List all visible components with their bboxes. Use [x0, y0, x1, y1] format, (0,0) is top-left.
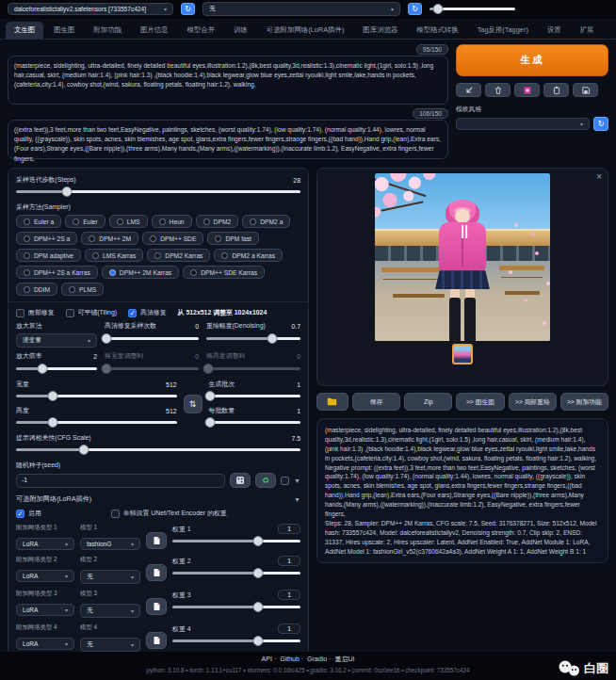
lora-weight-value[interactable]: 1: [278, 590, 300, 600]
checkpoint-select[interactable]: dalceforealistictallyv2.safetensors [733…: [8, 3, 173, 15]
tab-train[interactable]: 训练: [225, 22, 256, 39]
refresh-styles-button[interactable]: ↻: [593, 117, 608, 131]
vae-select[interactable]: 无 ▾: [203, 2, 400, 16]
denoise-slider[interactable]: [206, 333, 300, 344]
sampler-option[interactable]: DPM2 Karras: [147, 249, 210, 262]
lora-model-select[interactable]: 无▾: [80, 638, 140, 652]
tab-tagger[interactable]: Tag反推(Tagger): [469, 22, 537, 39]
save-style-button[interactable]: [573, 83, 598, 97]
tab-extensions[interactable]: 扩展: [572, 22, 603, 39]
lora-model-info-button[interactable]: [146, 632, 167, 649]
sampler-option[interactable]: Euler a: [16, 215, 61, 228]
extra-networks-button[interactable]: [514, 83, 540, 97]
gradio-link[interactable]: Gradio: [307, 656, 327, 662]
lora-type-select[interactable]: LoRA▾: [16, 570, 74, 582]
hires-steps-slider[interactable]: [105, 333, 199, 344]
negative-prompt-input[interactable]: ((extra feet)),3 feet,more than two feet…: [8, 120, 448, 159]
tab-png-info[interactable]: 图片信息: [132, 22, 177, 39]
seed-input[interactable]: -1: [16, 474, 225, 488]
tab-extras[interactable]: 附加功能: [85, 22, 130, 39]
refresh-vae-button[interactable]: ↻: [408, 3, 422, 15]
lora-model-info-button[interactable]: [146, 564, 167, 581]
clip-skip-slider[interactable]: [430, 4, 515, 14]
sampler-option[interactable]: LMS Karras: [85, 249, 143, 262]
hires-steps-value[interactable]: 0: [195, 323, 199, 330]
batch-count-value[interactable]: 1: [297, 381, 300, 388]
width-value[interactable]: 512: [166, 381, 177, 388]
lora-weight-slider[interactable]: [172, 568, 300, 578]
addnet-separate-checkbox[interactable]: 单独设置 UNet/Text Encoder 的权重: [111, 509, 227, 518]
height-slider[interactable]: [16, 417, 177, 428]
lora-model-select[interactable]: 无▾: [80, 604, 140, 618]
steps-slider[interactable]: [16, 186, 300, 197]
close-icon[interactable]: ×: [596, 171, 602, 182]
tab-checkpoint-merger[interactable]: 模型合并: [178, 22, 223, 39]
send-to-extras-button[interactable]: >> 附加功能: [560, 393, 608, 411]
batch-size-slider[interactable]: [209, 417, 300, 428]
face-restore-checkbox[interactable]: 面部修复: [16, 308, 55, 317]
sampler-option[interactable]: DPM++ SDE Karras: [183, 266, 265, 279]
sampler-option[interactable]: DPM2 a Karras: [214, 249, 283, 262]
addnet-enable-checkbox[interactable]: ✓启用: [16, 509, 41, 518]
cfg-value[interactable]: 7.5: [291, 435, 300, 442]
tab-img2img[interactable]: 图生图: [45, 22, 83, 39]
cfg-slider[interactable]: [16, 445, 300, 455]
clear-prompt-button[interactable]: [485, 83, 511, 97]
read-params-button[interactable]: [456, 83, 481, 97]
height-value[interactable]: 512: [166, 408, 177, 414]
sampler-option[interactable]: DDIM: [16, 283, 57, 296]
lora-weight-slider[interactable]: [172, 636, 300, 646]
sampler-option[interactable]: DPM2: [196, 215, 239, 228]
batch-size-value[interactable]: 1: [297, 408, 300, 414]
tab-image-browser[interactable]: 图库浏览器: [354, 22, 406, 39]
tab-model-converter[interactable]: 模型格式转换: [408, 22, 466, 39]
style-select[interactable]: ▾: [456, 118, 590, 130]
lora-weight-value[interactable]: 1: [278, 623, 300, 634]
generate-button[interactable]: 生成: [456, 44, 608, 76]
hires-fix-checkbox[interactable]: ✓高清修复: [128, 308, 167, 317]
collapse-icon[interactable]: ▼: [294, 496, 300, 503]
sampler-option[interactable]: PLMS: [61, 283, 104, 296]
positive-prompt-input[interactable]: (masterpiece, sidelighting, ultra-detail…: [8, 56, 448, 105]
tab-settings[interactable]: 设置: [539, 22, 570, 39]
reuse-seed-button[interactable]: ♻: [255, 473, 276, 488]
lora-model-select[interactable]: 无▾: [80, 570, 140, 584]
batch-count-slider[interactable]: [209, 391, 300, 401]
send-to-inpaint-button[interactable]: >> 局部重绘: [509, 393, 557, 411]
sampler-option[interactable]: Heun: [152, 215, 192, 228]
extra-seed-checkbox[interactable]: [281, 477, 289, 485]
sampler-option[interactable]: LMS: [109, 215, 148, 228]
tab-txt2img[interactable]: 文生图: [6, 22, 43, 39]
sampler-option[interactable]: DPM++ 2S a Karras: [16, 266, 98, 279]
sampler-option[interactable]: DPM2 a: [242, 215, 290, 228]
lora-weight-value[interactable]: 1: [278, 556, 300, 566]
gallery-thumbnail[interactable]: [452, 344, 473, 364]
steps-value[interactable]: 28: [293, 177, 300, 184]
upscale-by-value[interactable]: 2: [93, 353, 97, 360]
sampler-option[interactable]: DPM++ SDE: [142, 232, 203, 245]
lora-type-select[interactable]: LoRA▾: [16, 604, 74, 616]
lora-type-select[interactable]: LoRA▾: [16, 638, 74, 650]
swap-dimensions-button[interactable]: ⇅: [184, 395, 203, 413]
lora-model-info-button[interactable]: [146, 598, 167, 615]
api-link[interactable]: API: [262, 656, 272, 662]
apply-style-button[interactable]: [543, 83, 569, 97]
tiling-checkbox[interactable]: 可平铺(Tiling): [66, 308, 117, 317]
random-seed-button[interactable]: [230, 473, 251, 488]
sampler-option[interactable]: DPM++ 2M: [81, 232, 138, 245]
reload-ui-link[interactable]: 重启UI: [334, 656, 354, 662]
lora-weight-slider[interactable]: [172, 536, 300, 546]
lora-weight-slider[interactable]: [172, 602, 300, 612]
sampler-option[interactable]: DPM++ 2S a: [16, 232, 77, 245]
generated-image[interactable]: [375, 173, 550, 341]
sampler-option-selected[interactable]: DPM++ 2M Karras: [102, 266, 179, 279]
sampler-option[interactable]: Euler: [65, 215, 105, 228]
sampler-option[interactable]: DPM adaptive: [16, 249, 81, 262]
result-gallery[interactable]: ×: [316, 168, 608, 386]
send-to-img2img-button[interactable]: >> 图生图: [456, 393, 504, 411]
open-folder-button[interactable]: [316, 393, 349, 411]
width-slider[interactable]: [16, 391, 177, 401]
tab-additional-networks[interactable]: 可选附加网络(LoRA插件): [258, 22, 353, 39]
save-button[interactable]: 保存: [352, 393, 400, 411]
github-link[interactable]: Github: [280, 656, 300, 662]
